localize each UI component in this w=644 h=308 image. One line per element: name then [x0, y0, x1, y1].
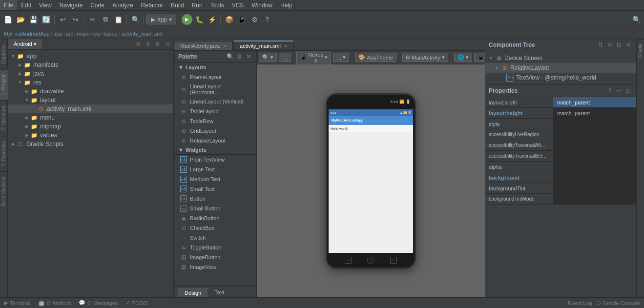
avd-btn[interactable]: 📱 — [236, 14, 248, 25]
menu-edit[interactable]: Edit — [17, 0, 35, 10]
tree-item-gradle[interactable]: ▶ ⬡ Gradle Scripts — [8, 140, 173, 148]
palette-item-linearlayout-v[interactable]: ⊟ LinearLayout (Vertical) — [174, 97, 256, 106]
menu-vcs[interactable]: VCS — [228, 0, 248, 10]
project-gear-icon[interactable]: ⚙ — [154, 41, 162, 48]
palette-settings-icon[interactable]: ⚙ — [235, 53, 243, 61]
menu-analyze[interactable]: Analyze — [108, 0, 137, 10]
activity-selector-btn[interactable]: ⊞ MainActivity ▾ — [402, 53, 448, 62]
palette-section-layouts[interactable]: ▼ Layouts — [174, 63, 256, 72]
statusbar-android[interactable]: 🤖 6: Android — [38, 300, 71, 306]
palette-item-tablerow[interactable]: ⊟ TableRow — [174, 116, 256, 126]
palette-item-imageview[interactable]: 🖼 ImageView — [174, 262, 256, 272]
tab-main-activity[interactable]: MainActivity.java ✕ — [174, 41, 233, 50]
sdk-mgr-btn[interactable]: 📦 — [223, 14, 235, 25]
palette-item-checkbox[interactable]: ☑ CheckBox — [174, 223, 256, 233]
ct-filter-icon[interactable]: ⊡ — [615, 41, 623, 49]
tree-item-mipmap[interactable]: ▶ 📁 mipmap — [8, 122, 173, 131]
palette-section-widgets[interactable]: ▼ Widgets — [174, 145, 256, 155]
toolbar-cut-btn[interactable]: ✂ — [87, 14, 99, 25]
palette-close-icon[interactable]: ✕ — [245, 53, 252, 61]
breadcrumb-layout[interactable]: layout — [104, 31, 118, 37]
palette-search-icon[interactable]: 🔍 — [226, 53, 234, 61]
breadcrumb-file[interactable]: activity_main.xml — [122, 31, 163, 37]
statusbar-gradle-console[interactable]: ⬡ Gradle Console — [596, 300, 640, 306]
ct-sort-icon[interactable]: ⇅ — [597, 41, 604, 49]
menu-navigate[interactable]: Navigate — [56, 0, 86, 10]
props-help-icon[interactable]: ? — [606, 87, 614, 95]
side-tab-build-variants[interactable]: Build Variants — [0, 171, 8, 211]
screen-orient-btn[interactable]: ⬚ — [279, 53, 291, 62]
menu-run[interactable]: Run — [188, 0, 207, 10]
palette-item-button[interactable]: OK Button — [174, 194, 256, 204]
screen-btn[interactable]: ⬚ ▾ — [333, 53, 349, 62]
menu-build[interactable]: Build — [167, 0, 188, 10]
ct-settings-icon[interactable]: ⚙ — [606, 41, 614, 49]
tree-item-layout[interactable]: ▼ 📁 layout — [8, 96, 173, 104]
statusbar-event-log[interactable]: Event Log — [568, 300, 592, 306]
menu-window[interactable]: Window — [248, 0, 276, 10]
android-tab[interactable]: Android ▾ — [8, 39, 43, 49]
prop-val-layout-width[interactable]: match_parent — [553, 97, 636, 107]
profile-btn[interactable]: ⚡ — [206, 14, 218, 25]
ct-device-screen[interactable]: ▼ 🖥 Device Screen — [485, 53, 636, 63]
prop-val-bg-tint[interactable] — [553, 183, 636, 193]
prop-val-layout-height[interactable]: match_parent — [553, 108, 636, 118]
menu-tools[interactable]: Tools — [207, 0, 228, 10]
palette-item-relativelayout[interactable]: ⊞ RelativeLayout — [174, 136, 256, 145]
breadcrumb-project[interactable]: MyFirstAndroidApp — [4, 31, 50, 37]
debug-btn[interactable]: 🐛 — [193, 14, 205, 25]
toolbar-open-btn[interactable]: 📂 — [15, 14, 26, 25]
palette-item-imagebutton[interactable]: 🖼 ImageButton — [174, 252, 256, 262]
tab-activity-main-xml[interactable]: activity_main.xml ✕ — [233, 41, 294, 50]
toolbar-paste-btn[interactable]: 📋 — [112, 14, 124, 25]
props-filter-icon[interactable]: ⊡ — [624, 87, 632, 95]
search-everywhere-btn[interactable]: 🔍 — [630, 14, 642, 25]
zoom-btn[interactable]: 🔍 ▾ — [259, 53, 277, 62]
menu-refactor[interactable]: Refactor — [137, 0, 167, 10]
ct-close-icon[interactable]: ✕ — [624, 41, 632, 49]
statusbar-todo[interactable]: ✓ TODO — [126, 300, 148, 306]
breadcrumb-app[interactable]: app — [53, 31, 62, 37]
prop-val-bg-tint-mode[interactable] — [553, 194, 636, 204]
menu-help[interactable]: Help — [276, 0, 296, 10]
palette-item-large-text[interactable]: Ab Large Text — [174, 164, 256, 174]
tree-item-values[interactable]: ▶ 📁 values — [8, 131, 173, 140]
tree-item-manifests[interactable]: ▶ 📁 manifests — [8, 61, 173, 69]
project-close-icon[interactable]: ✕ — [164, 41, 171, 48]
device-selector-btn[interactable]: 📱 Nexus 4 ▾ — [296, 51, 331, 65]
palette-item-togglebutton[interactable]: ⏻ ToggleButton — [174, 243, 256, 252]
statusbar-terminal[interactable]: ▶ Terminal — [4, 300, 30, 306]
palette-item-gridlayout[interactable]: ⊞ GridLayout — [174, 126, 256, 136]
prop-val-alpha[interactable] — [553, 162, 636, 172]
prop-val-acc-after[interactable] — [553, 140, 636, 150]
palette-item-switch[interactable]: ⊙ Switch — [174, 233, 256, 243]
palette-item-tablelayout[interactable]: ⊞ TableLayout — [174, 106, 256, 116]
tab-main-activity-close[interactable]: ✕ — [223, 43, 227, 49]
locale-btn[interactable]: 🌐 ▾ — [454, 53, 472, 62]
toolbar-refresh-btn[interactable]: 🔄 — [40, 14, 52, 25]
tree-item-java[interactable]: ▶ 📁 java — [8, 69, 173, 78]
menu-view[interactable]: View — [35, 0, 56, 10]
statusbar-messages[interactable]: 💬 0: Messages — [79, 300, 118, 306]
palette-item-radiobutton[interactable]: ◉ RadioButton — [174, 213, 256, 223]
side-tab-project[interactable]: 1: Project — [0, 69, 8, 100]
toolbar-save-btn[interactable]: 💾 — [27, 14, 39, 25]
tab-text[interactable]: Text — [208, 287, 230, 297]
side-tab-favorites[interactable]: 2: Favorites — [0, 136, 8, 171]
theme-selector-btn[interactable]: 🎨 AppTheme — [355, 53, 396, 62]
side-tab-structure[interactable]: 2: Structure — [0, 100, 8, 136]
side-tab-captures[interactable]: Captures — [0, 39, 8, 69]
prop-val-style[interactable] — [553, 119, 636, 129]
tree-item-drawable[interactable]: ▶ 📁 drawable — [8, 87, 173, 96]
palette-item-medium-text[interactable]: Ab Medium Text — [174, 174, 256, 184]
nav-recent-btn[interactable]: □ — [390, 257, 397, 264]
toolbar-copy-btn[interactable]: ⧉ — [100, 14, 111, 25]
nav-home-btn[interactable]: ○ — [367, 257, 374, 264]
project-settings-icon[interactable]: ⚙ — [134, 41, 142, 48]
settings-btn[interactable]: ⚙ — [249, 14, 260, 25]
tree-item-res[interactable]: ▼ 📁 res — [8, 78, 173, 87]
toolbar-new-btn[interactable]: 📄 — [2, 14, 14, 25]
tree-item-app[interactable]: ▼ 📁 app — [8, 52, 173, 61]
help-btn[interactable]: ? — [261, 14, 273, 25]
ct-relativelayout[interactable]: ▼ ⊞ RelativeLayout — [485, 63, 636, 73]
